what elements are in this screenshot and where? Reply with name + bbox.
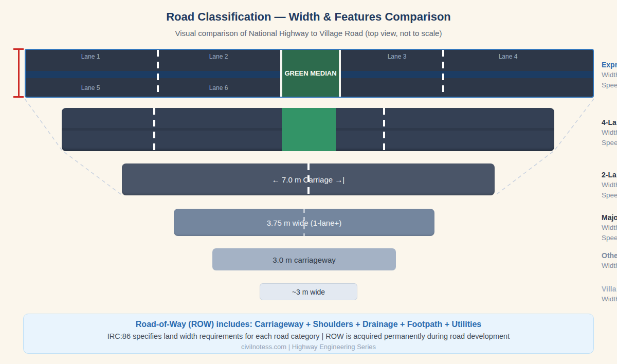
- side-label-expressway: Expr Width Spee: [602, 60, 617, 90]
- side-label-title: 2-La: [602, 170, 617, 180]
- side-label-title: Majo: [602, 212, 617, 223]
- road-other-district: 3.0 m carriageway: [212, 248, 396, 270]
- page-subtitle: Visual comparison of National Highway to…: [0, 29, 617, 38]
- lane-divider-dash: [157, 50, 159, 97]
- side-label-detail: Spee: [602, 138, 617, 148]
- side-label-detail: Width: [602, 223, 617, 233]
- row-width-bracket-cap-bottom: [13, 96, 24, 98]
- road-comparison-diagram: Road Classification — Width & Features C…: [0, 0, 617, 364]
- lane-divider-dash: [153, 108, 155, 151]
- row-note-title: Road-of-Way (ROW) includes: Carriageway …: [24, 320, 593, 329]
- road-2lane: ← 7.0 m Carriage →|: [122, 163, 495, 195]
- road-width-label: ← 7.0 m Carriage →|: [122, 175, 495, 184]
- side-label-other-district: Othe Width: [602, 250, 617, 271]
- road-width-label: 3.0 m carriageway: [212, 255, 396, 264]
- lane-label: Lane 6: [209, 84, 228, 92]
- side-label-title: Expr: [602, 60, 617, 70]
- lane-label: Lane 4: [499, 53, 518, 60]
- row-note-credit: civilnotess.com | Highway Engineering Se…: [24, 343, 593, 351]
- side-label-title: Villa: [602, 284, 617, 294]
- side-label-detail: Width: [602, 294, 617, 304]
- lane-divider-dash: [442, 50, 444, 97]
- road-width-label: 3.75 m wide (1-lane+): [174, 218, 434, 227]
- side-label-detail: Spee: [602, 233, 617, 243]
- side-label-title: 4-La: [602, 117, 617, 128]
- side-label-detail: Width: [602, 70, 617, 80]
- lane-label: Lane 5: [81, 84, 100, 92]
- side-label-major-district: Majo Width Spee: [602, 212, 617, 243]
- road-width-label: ~3 m wide: [260, 288, 357, 296]
- row-width-bracket-line: [18, 49, 20, 98]
- side-label-detail: Width: [602, 180, 617, 190]
- side-label-title: Othe: [602, 250, 617, 261]
- page-title: Road Classification — Width & Features C…: [0, 10, 617, 24]
- side-label-village: Villa Width: [602, 284, 617, 304]
- lane-label: Lane 1: [81, 53, 100, 60]
- side-label-detail: Width: [602, 128, 617, 138]
- lane-label: Lane 3: [388, 53, 407, 60]
- road-4lane: [62, 108, 554, 151]
- lane-label: Lane 2: [209, 53, 228, 60]
- side-label-detail: Width: [602, 261, 617, 271]
- green-median-label: GREEN MEDIAN: [284, 69, 336, 77]
- row-width-bracket-cap-top: [13, 48, 24, 50]
- road-major-district: 3.75 m wide (1-lane+): [174, 209, 434, 236]
- side-label-detail: Spee: [602, 190, 617, 201]
- road-expressway: Lane 1 Lane 2 Lane 3 Lane 4 Lane 5 Lane …: [25, 49, 594, 98]
- green-median: [282, 108, 336, 151]
- row-note-text: IRC:86 specifies land width requirements…: [24, 332, 593, 340]
- side-label-4lane: 4-La Width Spee: [602, 117, 617, 148]
- green-median: GREEN MEDIAN: [280, 50, 341, 97]
- road-village: ~3 m wide: [260, 283, 357, 300]
- lane-divider-dash: [383, 108, 385, 151]
- side-label-2lane: 2-La Width Spee: [602, 170, 617, 201]
- side-label-detail: Spee: [602, 80, 617, 90]
- row-note-box: Road-of-Way (ROW) includes: Carriageway …: [23, 314, 594, 354]
